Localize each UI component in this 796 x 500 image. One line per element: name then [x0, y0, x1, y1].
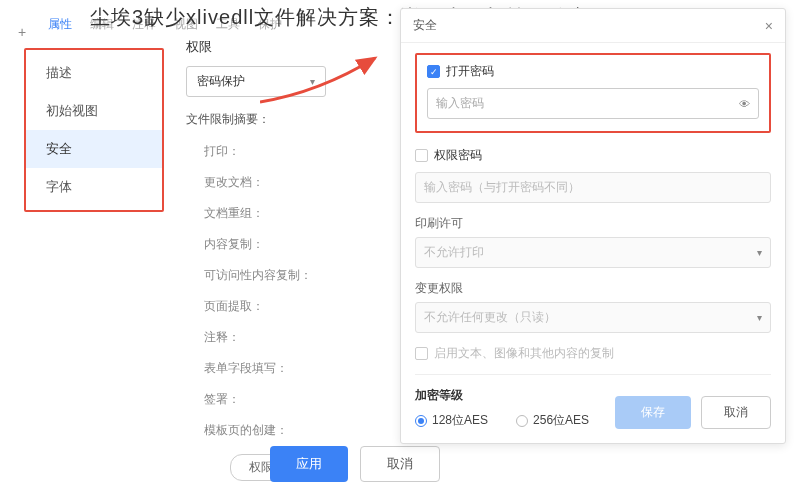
security-modal: 安全 × ✓ 打开密码 输入密码 👁 权限密码 输入密码（与打开密码不同）: [400, 8, 786, 444]
radio-icon: [516, 415, 528, 427]
radio-256aes[interactable]: 256位AES: [516, 412, 589, 429]
chevron-down-icon: ▾: [757, 312, 762, 323]
perm-select[interactable]: 密码保护 ▾: [186, 66, 326, 97]
summary-item: 可访问性内容复制：: [204, 260, 406, 291]
summary-item: 打印：: [204, 136, 406, 167]
chevron-down-icon: ▾: [757, 247, 762, 258]
summary-item: 文档重组：: [204, 198, 406, 229]
perm-label: 权限: [186, 38, 406, 56]
save-button[interactable]: 保存: [615, 396, 691, 429]
summary-item: 签署：: [204, 384, 406, 415]
modal-title: 安全: [413, 17, 437, 34]
perm-password-label: 权限密码: [434, 147, 482, 164]
open-password-placeholder: 输入密码: [436, 95, 484, 112]
print-perm-select: 不允许打印 ▾: [415, 237, 771, 268]
summary-item: 内容复制：: [204, 229, 406, 260]
change-perm-label: 变更权限: [415, 280, 771, 297]
bottom-actions: 应用 取消: [270, 446, 440, 482]
divider: [415, 374, 771, 375]
modal-cancel-button[interactable]: 取消: [701, 396, 771, 429]
sidebar-item-security[interactable]: 安全: [26, 130, 162, 168]
enable-copy-checkbox[interactable]: [415, 347, 428, 360]
cancel-button[interactable]: 取消: [360, 446, 440, 482]
main-panel: 权限 密码保护 ▾ 文件限制摘要： 打印： 更改文档： 文档重组： 内容复制： …: [186, 38, 406, 481]
radio-icon: [415, 415, 427, 427]
summary-list: 打印： 更改文档： 文档重组： 内容复制： 可访问性内容复制： 页面提取： 注释…: [186, 136, 406, 446]
open-password-checkbox[interactable]: ✓: [427, 65, 440, 78]
open-password-label: 打开密码: [446, 63, 494, 80]
print-perm-label: 印刷许可: [415, 215, 771, 232]
perm-select-value: 密码保护: [197, 73, 245, 90]
perm-password-checkbox[interactable]: [415, 149, 428, 162]
sidebar-item-initial-view[interactable]: 初始视图: [26, 92, 162, 130]
perm-password-input: 输入密码（与打开密码不同）: [415, 172, 771, 203]
sidebar: 描述 初始视图 安全 字体: [24, 48, 164, 212]
modal-header: 安全 ×: [401, 9, 785, 43]
summary-label: 文件限制摘要：: [186, 111, 406, 128]
change-perm-select: 不允许任何更改（只读） ▾: [415, 302, 771, 333]
summary-item: 页面提取：: [204, 291, 406, 322]
eye-icon[interactable]: 👁: [739, 98, 750, 110]
modal-footer: 保存 取消: [615, 396, 771, 429]
summary-item: 表单字段填写：: [204, 353, 406, 384]
chevron-down-icon: ▾: [310, 76, 315, 87]
summary-item: 模板页的创建：: [204, 415, 406, 446]
close-icon[interactable]: ×: [765, 18, 773, 34]
open-password-section: ✓ 打开密码 输入密码 👁: [415, 53, 771, 133]
sidebar-item-fonts[interactable]: 字体: [26, 168, 162, 206]
apply-button[interactable]: 应用: [270, 446, 348, 482]
tab-properties[interactable]: 属性: [48, 16, 72, 33]
open-password-input[interactable]: 输入密码 👁: [427, 88, 759, 119]
summary-item: 更改文档：: [204, 167, 406, 198]
add-button[interactable]: +: [18, 24, 26, 40]
radio-128aes[interactable]: 128位AES: [415, 412, 488, 429]
sidebar-item-description[interactable]: 描述: [26, 54, 162, 92]
summary-item: 注释：: [204, 322, 406, 353]
enable-copy-label: 启用文本、图像和其他内容的复制: [434, 345, 614, 362]
